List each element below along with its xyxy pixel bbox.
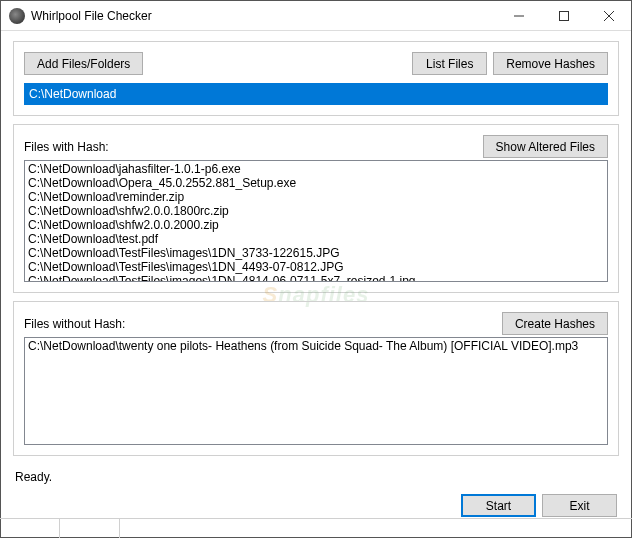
statusbar-cell <box>60 519 120 538</box>
files-with-hash-list[interactable]: C:\NetDownload\jahasfilter-1.0.1-p6.exe … <box>24 160 608 282</box>
list-files-button[interactable]: List Files <box>412 52 487 75</box>
start-button[interactable]: Start <box>461 494 536 517</box>
files-without-hash-label: Files without Hash: <box>24 317 502 331</box>
list-item[interactable]: C:\NetDownload\TestFiles\images\1DN_4493… <box>28 260 604 274</box>
window-controls <box>496 1 631 30</box>
app-icon <box>9 8 25 24</box>
nohash-group: Files without Hash: Create Hashes C:\Net… <box>13 301 619 456</box>
exit-button[interactable]: Exit <box>542 494 617 517</box>
statusbar <box>0 518 632 538</box>
create-hashes-button[interactable]: Create Hashes <box>502 312 608 335</box>
show-altered-files-button[interactable]: Show Altered Files <box>483 135 608 158</box>
list-item[interactable]: C:\NetDownload\reminder.zip <box>28 190 604 204</box>
status-text: Ready. <box>13 464 619 494</box>
list-item[interactable]: C:\NetDownload\twenty one pilots- Heathe… <box>28 339 604 353</box>
footer: Start Exit <box>13 494 619 517</box>
list-item[interactable]: C:\NetDownload\jahasfilter-1.0.1-p6.exe <box>28 162 604 176</box>
list-item[interactable]: C:\NetDownload\shfw2.0.0.2000.zip <box>28 218 604 232</box>
path-input[interactable] <box>24 83 608 105</box>
minimize-button[interactable] <box>496 1 541 30</box>
maximize-icon <box>559 11 569 21</box>
close-icon <box>604 11 614 21</box>
files-without-hash-list[interactable]: C:\NetDownload\twenty one pilots- Heathe… <box>24 337 608 445</box>
files-with-hash-label: Files with Hash: <box>24 140 483 154</box>
svg-rect-1 <box>559 11 568 20</box>
list-item[interactable]: C:\NetDownload\Opera_45.0.2552.881_Setup… <box>28 176 604 190</box>
hash-group: Files with Hash: Show Altered Files C:\N… <box>13 124 619 293</box>
remove-hashes-button[interactable]: Remove Hashes <box>493 52 608 75</box>
maximize-button[interactable] <box>541 1 586 30</box>
minimize-icon <box>514 11 524 21</box>
add-files-button[interactable]: Add Files/Folders <box>24 52 143 75</box>
top-group: Add Files/Folders List Files Remove Hash… <box>13 41 619 116</box>
statusbar-cell <box>0 519 60 538</box>
list-item[interactable]: C:\NetDownload\TestFiles\images\1DN_3733… <box>28 246 604 260</box>
list-item[interactable]: C:\NetDownload\test.pdf <box>28 232 604 246</box>
window-title: Whirlpool File Checker <box>31 9 496 23</box>
titlebar: Whirlpool File Checker <box>1 1 631 31</box>
toolbar: Add Files/Folders List Files Remove Hash… <box>24 52 608 75</box>
content-area: Add Files/Folders List Files Remove Hash… <box>1 31 631 525</box>
list-item[interactable]: C:\NetDownload\TestFiles\images\1DN_4814… <box>28 274 604 282</box>
list-item[interactable]: C:\NetDownload\shfw2.0.0.1800rc.zip <box>28 204 604 218</box>
close-button[interactable] <box>586 1 631 30</box>
